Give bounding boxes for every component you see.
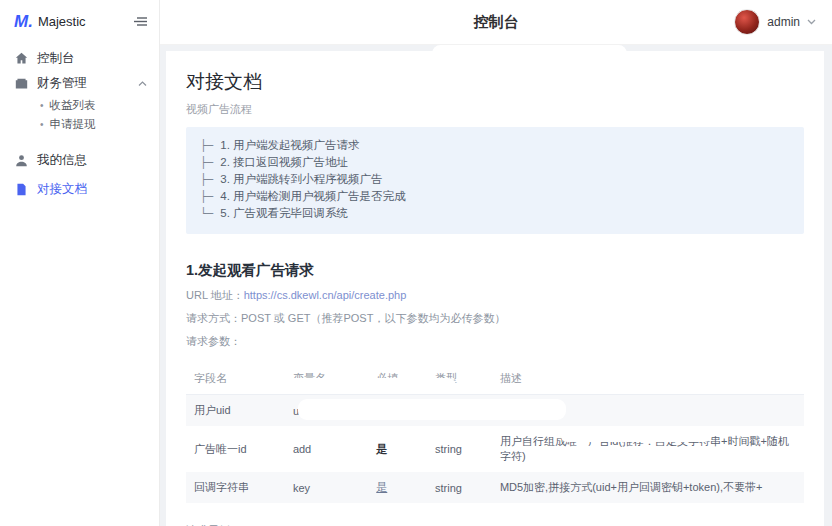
- flow-steps-box: ├─1. 用户端发起视频广告请求├─2. 接口返回视频广告地址├─3. 用户端跳…: [186, 127, 804, 234]
- table-cell: MD5加密,拼接方式(uid+用户回调密钥+token),不要带+: [492, 472, 804, 503]
- sidebar-item-docs[interactable]: 对接文档: [0, 177, 159, 202]
- chevron-up-icon: [138, 81, 147, 87]
- flow-step-label: 2. 接口返回视频广告地址: [220, 154, 348, 171]
- table-column-header: 描述: [492, 364, 804, 395]
- sidebar-item-label: 对接文档: [37, 181, 87, 198]
- wallet-icon: [15, 77, 28, 90]
- table-row: 用户uiduid是str用户UID: [186, 395, 804, 427]
- sidebar-header: M. Majestic: [0, 0, 159, 42]
- doc-title: 对接文档: [186, 69, 804, 95]
- params-table: 字段名变量名必填类型描述 用户uiduid是str用户UID广告唯一idadd是…: [186, 364, 804, 503]
- table-cell: str: [427, 395, 492, 427]
- menu-collapse-icon[interactable]: [134, 16, 147, 27]
- sidebar-item-dashboard[interactable]: 控制台: [0, 46, 159, 71]
- table-row: 广告唯一idadd是string用户自行组成唯一广告id(推荐：自定义字符串+时…: [186, 426, 804, 472]
- table-cell: 是: [368, 426, 427, 472]
- flow-step: ├─1. 用户端发起视频广告请求: [200, 137, 790, 154]
- brand-name: Majestic: [38, 14, 86, 29]
- sidebar-item-finance[interactable]: 财务管理: [0, 71, 159, 96]
- method-label: 请求方式：: [186, 312, 241, 324]
- user-menu[interactable]: admin: [734, 0, 816, 44]
- table-cell: 用户UID: [492, 395, 804, 427]
- sidebar-menu: 控制台财务管理收益列表申请提现我的信息对接文档: [0, 42, 159, 202]
- flow-step: └─5. 广告观看完毕回调系统: [200, 205, 790, 222]
- method-line: 请求方式：POST 或 GET（推荐POST，以下参数均为必传参数）: [186, 311, 804, 326]
- table-cell: uid: [285, 395, 368, 427]
- url-line: URL 地址：https://cs.dkewl.cn/api/create.ph…: [186, 288, 804, 303]
- sidebar: M. Majestic 控制台财务管理收益列表申请提现我的信息对接文档: [0, 0, 160, 526]
- sidebar-subitem-revenue-list[interactable]: 收益列表: [0, 96, 159, 115]
- table-cell: add: [285, 426, 368, 472]
- table-cell: 广告唯一id: [186, 426, 285, 472]
- sidebar-subitem-label: 申请提现: [50, 117, 96, 132]
- brand-logo-icon: M.: [14, 13, 33, 30]
- sidebar-item-profile[interactable]: 我的信息: [0, 148, 159, 173]
- table-cell: string: [427, 426, 492, 472]
- sidebar-subitem-label: 收益列表: [50, 98, 96, 113]
- page-title: 控制台: [474, 13, 519, 32]
- tree-branch-icon: └─: [200, 205, 213, 222]
- flow-step: ├─4. 用户端检测用户视频广告是否完成: [200, 188, 790, 205]
- table-column-header: 必填: [368, 364, 427, 395]
- table-cell: 回调字符串: [186, 472, 285, 503]
- table-cell: key: [285, 472, 368, 503]
- tree-branch-icon: ├─: [200, 188, 213, 205]
- topbar: 控制台 admin: [160, 0, 832, 45]
- tree-branch-icon: ├─: [200, 137, 213, 154]
- sidebar-item-label: 财务管理: [37, 75, 87, 92]
- table-cell: 是: [368, 472, 427, 503]
- doc-subtitle: 视频广告流程: [186, 102, 804, 117]
- table-row: 回调字符串key是stringMD5加密,拼接方式(uid+用户回调密钥+tok…: [186, 472, 804, 503]
- user-name: admin: [767, 15, 800, 29]
- table-cell: 用户自行组成唯一广告id(推荐：自定义字符串+时间戳+随机字符): [492, 426, 804, 472]
- chevron-down-icon: [807, 19, 816, 25]
- table-column-header: 变量名: [285, 364, 368, 395]
- params-table-header: 字段名变量名必填类型描述: [186, 364, 804, 395]
- method-value: POST 或 GET（推荐POST，以下参数均为必传参数）: [241, 312, 505, 324]
- table-column-header: 字段名: [186, 364, 285, 395]
- sidebar-item-label: 控制台: [37, 50, 75, 67]
- section-heading: 1.发起观看广告请求: [186, 261, 804, 280]
- brand-logo: M. Majestic: [14, 13, 86, 30]
- params-label: 请求参数：: [186, 334, 804, 349]
- flow-step: ├─2. 接口返回视频广告地址: [200, 154, 790, 171]
- table-cell: 是: [368, 395, 427, 427]
- tree-branch-icon: ├─: [200, 171, 213, 188]
- api-url-link[interactable]: https://cs.dkewl.cn/api/create.php: [244, 289, 407, 301]
- flow-step-label: 5. 广告观看完毕回调系统: [220, 205, 348, 222]
- params-table-body: 用户uiduid是str用户UID广告唯一idadd是string用户自行组成唯…: [186, 395, 804, 504]
- sidebar-subitem-withdraw[interactable]: 申请提现: [0, 115, 159, 134]
- user-icon: [15, 154, 28, 167]
- table-column-header: 类型: [427, 364, 492, 395]
- home-icon: [15, 52, 28, 65]
- sidebar-item-label: 我的信息: [37, 152, 87, 169]
- flow-step-label: 1. 用户端发起视频广告请求: [220, 137, 359, 154]
- doc-content: 对接文档 视频广告流程 ├─1. 用户端发起视频广告请求├─2. 接口返回视频广…: [166, 51, 824, 526]
- table-cell: string: [427, 472, 492, 503]
- doc-icon: [15, 183, 28, 196]
- flow-step: ├─3. 用户端跳转到小程序视频广告: [200, 171, 790, 188]
- flow-step-label: 4. 用户端检测用户视频广告是否完成: [220, 188, 405, 205]
- flow-step-label: 3. 用户端跳转到小程序视频广告: [220, 171, 382, 188]
- url-label: URL 地址：: [186, 289, 244, 301]
- table-cell: 用户uid: [186, 395, 285, 427]
- avatar: [734, 9, 760, 35]
- tree-branch-icon: ├─: [200, 154, 213, 171]
